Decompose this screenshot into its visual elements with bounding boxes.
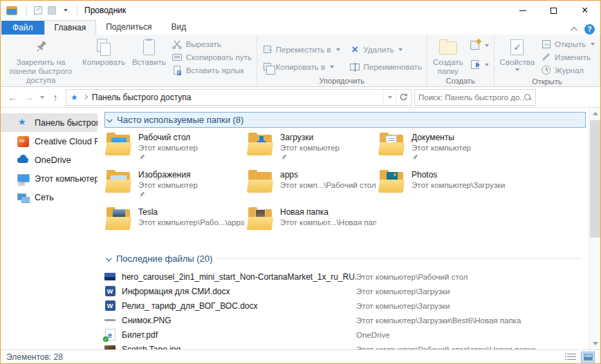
search-box[interactable] (414, 89, 536, 106)
divider (248, 119, 581, 120)
folder-tile[interactable]: Загрузки Этот компьютер (246, 131, 378, 168)
folder-tile[interactable]: Документы Этот компьютер (378, 131, 586, 168)
up-button[interactable] (48, 90, 63, 105)
folder-icon (106, 170, 132, 193)
close-button[interactable] (569, 1, 600, 20)
edit-button[interactable]: Изменить (538, 50, 598, 64)
ribbon-tab[interactable]: Главная (44, 20, 97, 35)
section-header-recent-files[interactable]: Последние файлы (20) (104, 251, 586, 267)
file-type-icon (104, 286, 115, 297)
forward-button[interactable] (21, 90, 37, 105)
thumbnails-view-button[interactable] (581, 352, 595, 363)
copy-to-button[interactable]: Копировать в (259, 60, 343, 73)
rename-button[interactable]: Переименовать (347, 60, 425, 73)
chevron-up-icon (571, 27, 577, 34)
sidebar-item-label: OneDrive (35, 155, 71, 165)
minimize-ribbon-button[interactable] (573, 27, 577, 32)
qat-customize-dropdown[interactable] (59, 3, 73, 17)
search-input[interactable] (418, 93, 524, 102)
address-bar[interactable]: Панель быстрого доступа (66, 89, 412, 106)
sidebar-item-icon (17, 173, 29, 184)
sidebar-item[interactable]: Creative Cloud Files (1, 132, 98, 151)
properties-large-icon (510, 38, 524, 56)
scrollbar-thumb[interactable] (590, 120, 600, 238)
file-name: Снимок.PNG (122, 316, 356, 325)
qat-properties-button[interactable] (31, 3, 45, 17)
scroll-down-arrow[interactable] (589, 338, 600, 349)
sidebar-item-label: Панель быстрого доступа (35, 118, 98, 128)
history-clock-icon (541, 65, 551, 75)
copy-button[interactable]: Копировать (79, 35, 129, 86)
ribbon-tab[interactable]: Поделиться (96, 20, 161, 35)
paste-shortcut-button[interactable]: Вставить ярлык (169, 64, 255, 77)
folder-tile[interactable]: Новая папка Этот компьют...\Новая папка (246, 205, 378, 242)
new-item-button[interactable] (467, 39, 492, 52)
scroll-up-arrow[interactable] (589, 108, 600, 119)
sidebar-item-label: Creative Cloud Files (35, 137, 98, 146)
chevron-down-icon (107, 117, 112, 122)
file-row[interactable]: Релиз_ тариф_для_ВОГ_ВОС.docx Этот компь… (104, 298, 586, 313)
file-row[interactable]: hero_carousel_2in1_mini_start_Non-Cortan… (104, 269, 586, 284)
folder-name: Документы (412, 133, 471, 143)
folder-path: Этот компьютер\Рабо...\apps (138, 218, 245, 227)
history-button[interactable]: Журнал (538, 64, 598, 77)
easy-access-icon (470, 59, 480, 70)
divider (217, 258, 582, 259)
chevron-down-icon (515, 68, 519, 71)
details-view-button[interactable] (564, 352, 578, 363)
file-type-icon (104, 329, 115, 341)
file-row[interactable]: Информация для СМИ.docx Этот компьютер\З… (104, 284, 586, 298)
file-row[interactable]: Scotch Tape.jpg Этот компьютер\Рабочий с… (104, 342, 586, 349)
help-icon[interactable] (584, 24, 595, 35)
sidebar-item[interactable]: Этот компьютер (1, 169, 98, 188)
sidebar-item[interactable]: OneDrive (1, 151, 98, 169)
open-icon (541, 39, 551, 49)
delete-button[interactable]: Удалить (347, 43, 425, 56)
properties-button[interactable]: Свойства (497, 35, 539, 77)
status-bar: Элементов: 28 (1, 349, 600, 363)
easy-access-button[interactable] (467, 58, 492, 71)
open-button[interactable]: Открыть (538, 37, 598, 50)
file-type-icon (104, 271, 115, 282)
maximize-button[interactable] (538, 1, 569, 20)
folder-tile[interactable]: Изображения Этот компьютер (104, 168, 246, 205)
recent-locations-dropdown[interactable] (38, 90, 46, 105)
copy-path-button[interactable]: Скопировать путь (169, 50, 255, 64)
paste-button[interactable]: Вставить (129, 35, 169, 86)
vertical-scrollbar[interactable] (589, 108, 600, 349)
sidebar-item[interactable]: Сеть (1, 188, 98, 207)
maximize-icon (551, 8, 557, 14)
ribbon-group-open: Свойства Открыть Изменить Журнал (494, 35, 601, 86)
sidebar-item[interactable]: Панель быстрого доступа (1, 113, 98, 132)
properties-icon (34, 6, 42, 15)
ribbon-group-create: Создать папку Создать (427, 35, 494, 86)
ribbon-tab[interactable]: Вид (161, 20, 196, 35)
search-icon[interactable] (524, 93, 532, 102)
section-title: Последние файлы (20) (116, 253, 212, 264)
edit-pencil-icon (541, 52, 551, 62)
new-item-icon (470, 40, 480, 50)
pin-to-quick-access-button[interactable]: Закрепить на панели быстрого доступа (3, 35, 79, 86)
section-header-frequent-folders[interactable]: Часто используемые папки (8) (104, 112, 586, 128)
file-row[interactable]: Снимок.PNG Этот компьютер\Загрузки\Best6… (104, 313, 586, 327)
new-folder-button[interactable]: Создать папку (429, 35, 467, 76)
folder-tile[interactable]: Tesla Этот компьютер\Рабо...\apps (104, 205, 246, 242)
minimize-button[interactable] (507, 1, 538, 20)
qat-new-folder-button[interactable] (45, 3, 59, 17)
folder-name: Изображения (138, 170, 198, 180)
refresh-button[interactable] (396, 90, 411, 105)
group-label-open: Открыть (497, 77, 598, 87)
move-to-button[interactable]: Переместить в (259, 43, 343, 56)
file-row[interactable]: Билет.pdf OneDrive (104, 327, 586, 342)
folder-tile[interactable]: Рабочий стол Этот компьютер (104, 131, 246, 168)
folder-name: Новая папка (280, 207, 376, 218)
address-dropdown[interactable] (383, 90, 396, 105)
cut-button[interactable]: Вырезать (169, 37, 255, 50)
folder-tile[interactable]: Photos Этот компьютер\Загрузки (378, 168, 586, 205)
tab-file[interactable]: Файл (1, 21, 44, 35)
breadcrumb-location[interactable]: Панель быстрого доступа (92, 93, 192, 102)
folder-tile[interactable]: apps Этот комп...\Рабочий стол (246, 168, 378, 205)
back-button[interactable] (5, 90, 20, 105)
address-row: Панель быстрого доступа (1, 87, 600, 108)
file-type-icon (104, 300, 115, 312)
